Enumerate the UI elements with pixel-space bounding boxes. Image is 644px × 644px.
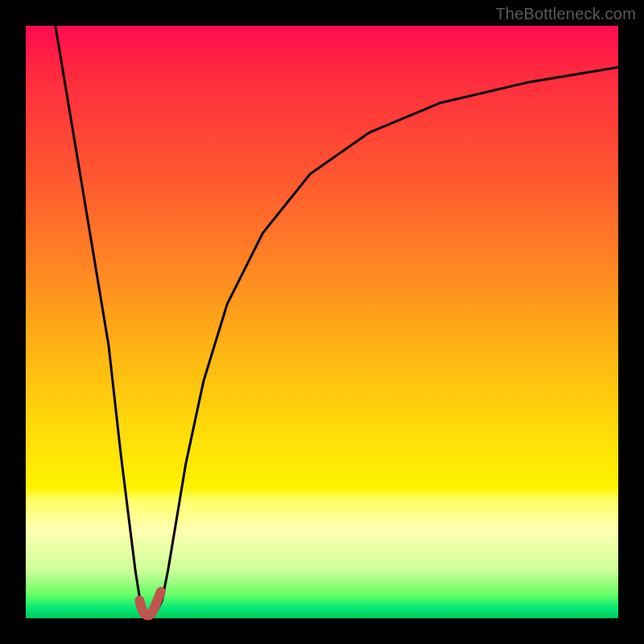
bottleneck-curve xyxy=(56,26,618,615)
chart-frame: TheBottleneck.com xyxy=(0,0,644,644)
curve-layer xyxy=(26,26,618,618)
highlight-dip xyxy=(139,592,161,615)
watermark-text: TheBottleneck.com xyxy=(495,5,636,23)
